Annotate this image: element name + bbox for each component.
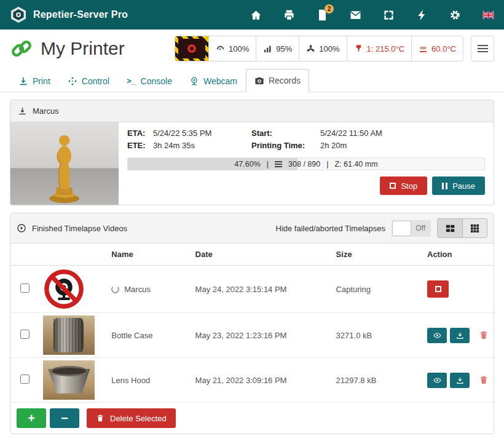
- tab-console[interactable]: >_ Console: [118, 69, 181, 92]
- printer-menu-button[interactable]: [471, 36, 494, 61]
- start-value: 5/24/22 11:50 AM: [320, 129, 485, 138]
- bed-temp-stat[interactable]: 60.0°C: [411, 36, 463, 61]
- progress-separator-2: |: [326, 160, 328, 168]
- queue-count-badge: 2: [325, 4, 334, 14]
- tab-records-label: Records: [269, 76, 301, 85]
- stop-print-button[interactable]: Stop: [380, 176, 427, 195]
- settings-gear-icon[interactable]: [449, 9, 461, 21]
- hamburger-icon: [478, 45, 488, 52]
- view-mode-group: [437, 218, 487, 238]
- row-checkbox[interactable]: [20, 330, 30, 339]
- extruder-nozzle-icon: [354, 44, 363, 54]
- timelapse-footer: + − Delete Selected: [10, 403, 494, 434]
- tab-records[interactable]: Records: [246, 69, 309, 92]
- extruder-temp-stat[interactable]: 1: 215.0°C: [347, 36, 412, 61]
- layers-icon: [275, 161, 282, 167]
- timelapse-size: 21297.8 kB: [331, 358, 422, 403]
- progress-z-height: Z: 61.40 mm: [334, 160, 377, 168]
- timelapse-size: Capturing: [331, 266, 422, 313]
- list-view-button[interactable]: [438, 219, 462, 237]
- webcam-mini-image: [178, 39, 205, 58]
- action-column-header: Action: [422, 244, 494, 266]
- app: Repetier-Server Pro 2: [0, 0, 504, 434]
- play-circle-icon: [17, 223, 26, 233]
- ete-value: 3h 24m 35s: [153, 141, 251, 150]
- messages-envelope-icon[interactable]: [350, 9, 361, 21]
- language-flag-icon[interactable]: [482, 9, 494, 21]
- printing-time-label: Printing Time:: [251, 141, 320, 150]
- download-video-button[interactable]: [450, 373, 470, 388]
- tab-control[interactable]: Control: [59, 69, 118, 92]
- progress-layers: 308 / 890: [288, 160, 320, 168]
- print-z-icon: [18, 76, 28, 86]
- progress-text: 47.60% | 308 / 890 | Z: 61.40 mm: [128, 158, 484, 170]
- timelapse-table: Name Date Size Action: [10, 244, 494, 403]
- webcam-preview-thumbnail[interactable]: [175, 36, 208, 61]
- hide-failed-label: Hide failed/aborted Timelapses: [276, 224, 386, 233]
- stop-capture-button[interactable]: [427, 280, 449, 298]
- camera-records-icon: [254, 76, 264, 85]
- flow-stat[interactable]: 95%: [256, 36, 299, 61]
- print-model-thumbnail: [10, 122, 119, 205]
- delete-video-button[interactable]: [479, 375, 489, 385]
- timelapse-title: Finished Timelapse Videos: [32, 224, 127, 233]
- delete-selected-button[interactable]: Delete Selected: [87, 408, 176, 428]
- feedrate-stat[interactable]: 100%: [208, 36, 256, 61]
- flow-value: 95%: [276, 44, 292, 54]
- select-column-header: [10, 244, 38, 266]
- tab-webcam[interactable]: Webcam: [181, 69, 246, 92]
- hide-failed-toggle[interactable]: Off: [392, 220, 431, 237]
- tab-control-label: Control: [82, 76, 109, 86]
- row-checkbox[interactable]: [20, 375, 30, 384]
- printer-title: My Printer: [41, 38, 125, 59]
- console-prompt-icon: >_: [127, 77, 136, 86]
- power-bolt-icon[interactable]: [416, 9, 428, 21]
- view-video-button[interactable]: [427, 373, 447, 388]
- navbar-icons: 2: [250, 9, 494, 21]
- fullscreen-expand-icon[interactable]: [383, 9, 395, 21]
- current-print-body: ETA: 5/24/22 5:35 PM Start: 5/24/22 11:5…: [10, 122, 494, 205]
- printer-header: My Printer 100% 95%: [0, 30, 504, 66]
- top-navbar: Repetier-Server Pro 2: [0, 0, 504, 30]
- pause-print-button[interactable]: Pause: [432, 176, 485, 195]
- fan-stat[interactable]: 100%: [299, 36, 346, 61]
- connection-link-icon[interactable]: [10, 37, 33, 60]
- webcam-lens-icon: [187, 44, 196, 53]
- download-video-button[interactable]: [450, 328, 470, 343]
- view-video-button[interactable]: [427, 328, 447, 343]
- trash-icon: [479, 375, 489, 385]
- print-progress-bar: 47.60% | 308 / 890 | Z: 61.40 mm: [127, 157, 485, 170]
- timelapse-date: May 21, 2022 3:09:16 PM: [191, 358, 331, 403]
- grid-view-icon: [470, 224, 479, 233]
- pause-button-label: Pause: [452, 181, 475, 191]
- stop-button-label: Stop: [401, 181, 417, 191]
- home-icon[interactable]: [250, 9, 262, 21]
- eye-icon: [433, 331, 441, 339]
- row-checkbox[interactable]: [20, 283, 30, 293]
- delete-video-button[interactable]: [479, 330, 489, 340]
- statue-render: [39, 130, 89, 205]
- timelapse-header: Finished Timelapse Videos Hide failed/ab…: [10, 213, 494, 244]
- thumb-column-header: [38, 244, 106, 266]
- tab-bar: Print Control >_ Console Webcam Records: [0, 66, 504, 92]
- hazard-frame: [175, 36, 208, 61]
- download-icon: [456, 331, 464, 339]
- tab-print[interactable]: Print: [10, 69, 59, 92]
- eta-value: 5/24/22 5:35 PM: [153, 129, 251, 138]
- name-column-header: Name: [106, 244, 190, 266]
- stop-icon: [390, 183, 396, 189]
- trash-icon: [96, 414, 104, 422]
- pause-icon: [442, 183, 447, 189]
- brand[interactable]: Repetier-Server Pro: [10, 6, 128, 23]
- printers-icon[interactable]: [283, 9, 295, 21]
- move-arrows-icon: [68, 76, 77, 86]
- print-details: ETA: 5/24/22 5:35 PM Start: 5/24/22 11:5…: [119, 122, 494, 205]
- select-all-button[interactable]: +: [17, 408, 46, 428]
- deselect-all-button[interactable]: −: [50, 408, 79, 428]
- timelapse-row: Lens Hood May 21, 2022 3:09:16 PM 21297.…: [10, 358, 494, 403]
- current-print-panel: Marcus ETA: 5/24/22 5:35 PM Start: 5: [10, 100, 494, 205]
- grid-view-button[interactable]: [462, 219, 487, 237]
- print-queue-icon[interactable]: 2: [317, 9, 328, 21]
- brand-title: Repetier-Server Pro: [33, 9, 128, 20]
- stop-capture-icon: [435, 286, 441, 292]
